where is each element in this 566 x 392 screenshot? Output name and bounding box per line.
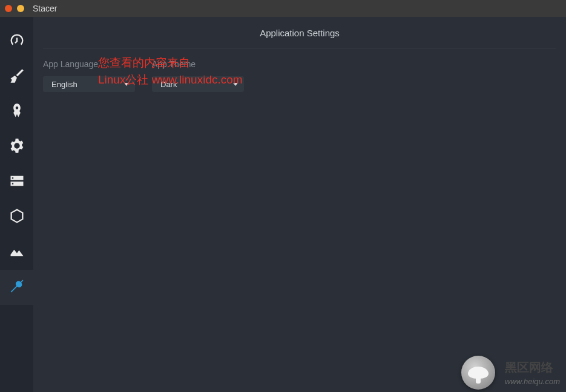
sidebar bbox=[0, 17, 33, 392]
app-language-group: App Language English bbox=[43, 59, 135, 92]
window-controls bbox=[5, 5, 24, 12]
app-title: Stacer bbox=[33, 4, 57, 13]
app-theme-group: App Theme Dark bbox=[152, 59, 244, 92]
content-area: Application Settings App Language Englis… bbox=[33, 17, 566, 392]
sidebar-item-cleaner[interactable] bbox=[0, 59, 33, 94]
chevron-down-icon bbox=[124, 83, 129, 86]
dashboard-icon bbox=[8, 32, 25, 51]
sidebar-item-packages[interactable] bbox=[0, 200, 33, 235]
cleaner-icon bbox=[8, 67, 25, 87]
sidebar-item-resources[interactable] bbox=[0, 235, 33, 270]
app-theme-label: App Theme bbox=[152, 59, 244, 69]
app-language-value: English bbox=[51, 80, 77, 89]
close-icon[interactable] bbox=[5, 5, 12, 12]
sidebar-item-startup[interactable] bbox=[0, 94, 33, 129]
sidebar-item-settings[interactable] bbox=[0, 270, 33, 305]
settings-icon bbox=[8, 278, 25, 297]
services-icon bbox=[8, 137, 25, 157]
processes-icon bbox=[8, 172, 25, 192]
sidebar-item-dashboard[interactable] bbox=[0, 24, 33, 59]
packages-icon bbox=[8, 207, 25, 227]
app-language-label: App Language bbox=[43, 59, 135, 69]
titlebar: Stacer bbox=[0, 0, 566, 17]
app-theme-value: Dark bbox=[160, 80, 177, 89]
page-title: Application Settings bbox=[43, 24, 556, 48]
app-theme-select[interactable]: Dark bbox=[152, 76, 244, 92]
chevron-down-icon bbox=[233, 83, 238, 86]
sidebar-item-services[interactable] bbox=[0, 129, 33, 165]
minimize-icon[interactable] bbox=[17, 5, 24, 12]
settings-row: App Language English App Theme Dark bbox=[43, 59, 556, 92]
app-language-select[interactable]: English bbox=[43, 76, 135, 92]
sidebar-item-processes[interactable] bbox=[0, 165, 33, 200]
startup-icon bbox=[8, 102, 25, 122]
resources-icon bbox=[8, 243, 25, 262]
